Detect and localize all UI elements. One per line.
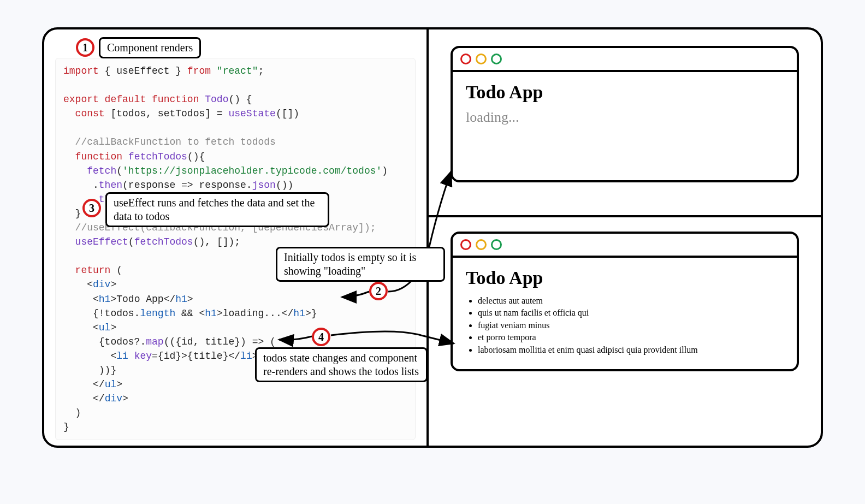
step-badge-2: 2 [369,282,388,300]
traffic-light-yellow-icon [476,54,487,64]
badge-number: 3 [89,202,94,215]
traffic-light-green-icon [491,54,502,64]
list-item: quis ut nam facilis et officia qui [478,307,784,319]
browser-titlebar [453,234,797,258]
step-badge-3: 3 [82,199,101,217]
list-item: et porro tempora [478,331,784,343]
step-label-2: Initially todos is empty so it is showin… [276,247,445,282]
badge-number: 2 [376,285,381,298]
loading-text: loading... [466,109,784,126]
diagram-canvas: 1 Component renders 3 useEffect runs and… [42,27,823,448]
list-item: delectus aut autem [478,295,784,307]
preview-pane: Todo App loading... Todo App delectus au… [429,29,821,446]
step-label-4: todos state changes and component re-ren… [255,347,428,382]
app-title: Todo App [466,82,784,103]
traffic-light-yellow-icon [476,239,487,250]
browser-loading: Todo App loading... [451,46,799,182]
traffic-light-red-icon [460,239,471,250]
horizontal-divider [429,215,821,217]
list-item: laboriosam mollitia et enim quasi adipis… [478,344,784,356]
list-item: fugiat veniam minus [478,319,784,331]
traffic-light-red-icon [460,54,471,64]
code-pane: 1 Component renders 3 useEffect runs and… [44,29,426,446]
app-title: Todo App [466,268,784,288]
todo-list: delectus aut autem quis ut nam facilis e… [466,295,784,356]
badge-number: 4 [318,331,324,343]
traffic-light-green-icon [491,239,502,250]
browser-body: Todo App delectus aut autem quis ut nam … [453,258,797,369]
step-label-3: useEffect runs and fetches the data and … [105,192,329,227]
step-label-1: Component renders [99,37,201,58]
step-badge-4: 4 [312,328,330,346]
browser-loaded: Todo App delectus aut autem quis ut nam … [451,232,799,371]
browser-body: Todo App loading... [453,72,797,139]
badge-number: 1 [82,41,88,54]
browser-titlebar [453,48,797,72]
step-badge-1: 1 [76,38,94,57]
